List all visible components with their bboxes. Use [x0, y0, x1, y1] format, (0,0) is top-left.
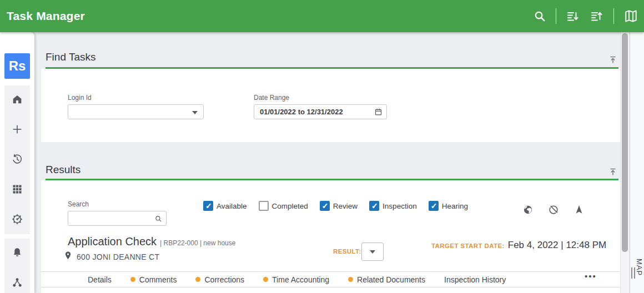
sidebar-item-notifications[interactable] [4, 239, 30, 269]
share-nodes-icon [11, 276, 23, 291]
vertical-scrollbar[interactable] [620, 32, 629, 293]
search-icon[interactable] [155, 215, 162, 225]
task-tabs: Details Comments Corrections Time Accoun… [88, 272, 506, 287]
task-address: 600 JONI DEANNE CT [63, 251, 159, 262]
tab-inspection-history[interactable]: Inspection History [444, 275, 506, 284]
map-panel-label[interactable]: MAP [635, 259, 643, 276]
task-title[interactable]: Application Check| RBP22-000 | new house [68, 235, 235, 248]
search-icon[interactable] [534, 10, 546, 23]
tabbar-bottom-border [41, 287, 621, 287]
chevron-down-icon [192, 111, 198, 114]
login-id-select[interactable] [68, 104, 204, 119]
plus-icon [11, 123, 23, 138]
filter-label: Available [217, 202, 247, 210]
status-dot-icon [348, 277, 353, 282]
result-select[interactable] [361, 243, 384, 261]
tab-label: Related Documents [357, 275, 425, 284]
collapse-find-tasks-icon[interactable] [608, 55, 617, 67]
panel-drag-handle-icon[interactable] [631, 267, 635, 279]
status-dot-icon [195, 277, 200, 282]
sidebar-item-history[interactable] [4, 145, 30, 175]
grid-icon [12, 184, 23, 197]
date-range-label: Date Range [254, 94, 289, 102]
tab-comments[interactable]: Comments [130, 275, 177, 284]
filter-label: Hearing [442, 202, 468, 210]
target-start-value: Feb 4, 2022 | 12:48 PM [508, 240, 606, 251]
tab-label: Details [88, 275, 112, 284]
search-label: Search [68, 200, 89, 208]
tab-label: Corrections [204, 275, 244, 284]
target-start-label: TARGET START DATE: [431, 243, 505, 249]
tabs-overflow-icon[interactable]: ••• [585, 271, 597, 281]
checkbox[interactable] [369, 201, 379, 211]
find-tasks-title: Find Tasks [46, 51, 95, 63]
sort-ascending-icon[interactable] [590, 9, 604, 23]
checkbox[interactable] [259, 201, 269, 211]
checkbox[interactable] [203, 201, 213, 211]
date-range-value[interactable] [254, 105, 386, 119]
filter-hearing[interactable]: Hearing [429, 201, 468, 211]
target-start-date: TARGET START DATE: Feb 4, 2022 | 12:48 P… [431, 240, 606, 251]
map-tools [522, 204, 585, 218]
filter-completed[interactable]: Completed [259, 201, 308, 211]
home-icon [11, 93, 23, 108]
tab-label: Inspection History [444, 275, 506, 284]
sidebar: Rs [0, 32, 34, 293]
tab-details[interactable]: Details [88, 275, 112, 284]
tab-corrections[interactable]: Corrections [195, 275, 244, 284]
search-field[interactable] [68, 211, 167, 226]
navigation-arrow-icon[interactable] [573, 204, 585, 218]
tab-time-accounting[interactable]: Time Accounting [263, 275, 329, 284]
sidebar-item-new[interactable] [4, 115, 30, 145]
task-name: Application Check [68, 235, 157, 247]
filter-label: Review [333, 202, 358, 210]
sidebar-nav-group-2 [4, 239, 30, 293]
scrollbar-thumb[interactable] [622, 33, 628, 252]
result-field: RESULT: [333, 246, 361, 256]
header-divider [613, 8, 614, 24]
sidebar-item-share[interactable] [4, 269, 30, 293]
app-logo[interactable]: Rs [4, 53, 30, 79]
status-dot-icon [263, 277, 268, 282]
filter-label: Inspection [383, 202, 417, 210]
tab-label: Comments [139, 275, 177, 284]
login-id-label: Login Id [68, 94, 92, 102]
results-title: Results [46, 164, 80, 176]
checkbox[interactable] [429, 201, 439, 211]
location-pin-icon [63, 251, 73, 262]
filter-inspection[interactable]: Inspection [369, 201, 417, 211]
globe-icon[interactable] [522, 204, 534, 218]
checkbox[interactable] [320, 201, 330, 211]
chevron-down-icon [370, 250, 375, 254]
status-dot-icon [130, 277, 135, 282]
sidebar-item-home[interactable] [4, 85, 30, 115]
sidebar-nav-group-1 [4, 85, 30, 234]
address-text: 600 JONI DEANNE CT [77, 252, 159, 261]
app-title: Task Manager [7, 9, 85, 23]
gear-icon [11, 213, 23, 228]
sort-descending-icon[interactable] [566, 9, 580, 23]
header-actions [534, 0, 638, 32]
history-icon [11, 153, 23, 168]
filter-available[interactable]: Available [203, 201, 247, 211]
calendar-icon[interactable] [374, 108, 383, 118]
tab-related-documents[interactable]: Related Documents [348, 275, 425, 284]
map-icon[interactable] [623, 9, 638, 23]
map-panel-collapsed[interactable]: MAP [630, 32, 644, 293]
login-id-value[interactable] [68, 105, 203, 119]
result-label: RESULT: [333, 248, 361, 255]
tab-label: Time Accounting [272, 275, 329, 284]
app-header: Task Manager [0, 0, 644, 32]
task-meta: | RBP22-000 | new house [160, 239, 235, 247]
globe-off-icon[interactable] [548, 204, 559, 218]
search-input[interactable] [68, 211, 166, 225]
bell-icon [11, 246, 23, 261]
sidebar-item-apps[interactable] [4, 175, 30, 205]
sidebar-item-settings[interactable] [4, 205, 30, 235]
filter-label: Completed [272, 202, 308, 210]
filter-review[interactable]: Review [320, 201, 358, 211]
collapse-results-icon[interactable] [608, 168, 617, 179]
header-divider [556, 8, 556, 24]
date-range-field[interactable] [254, 104, 387, 119]
status-filters: Available Completed Review Inspection He… [203, 201, 468, 211]
